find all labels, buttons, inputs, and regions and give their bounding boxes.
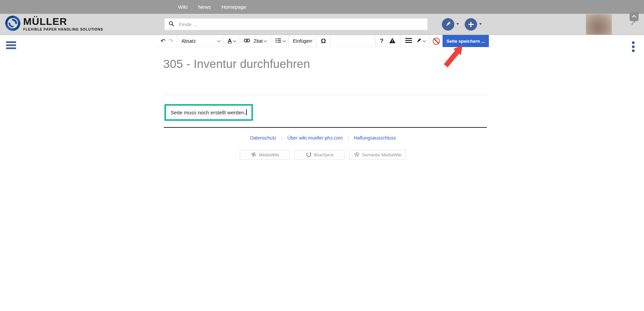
hamburger-icon — [6, 41, 16, 49]
link-icon[interactable] — [243, 38, 250, 44]
undo-icon[interactable]: ↶ — [160, 38, 166, 44]
badge-bluespice[interactable]: BlueSpice — [294, 150, 345, 160]
badge-label: Semantic MediaWiki — [362, 152, 402, 157]
mueller-logo[interactable]: MÜLLER FLEXIBLE PAPER HANDLING SOLUTIONS — [5, 15, 103, 33]
badge-label: BlueSpice — [314, 152, 334, 157]
page-options-group — [401, 35, 430, 47]
page-title: 305 - Inventur durchfuehren — [163, 57, 310, 71]
screen: Wiki News Homepage MÜ — [0, 0, 644, 311]
link-cite-group: Zitat — [240, 35, 272, 47]
plus-icon — [468, 22, 474, 27]
chevron-up-icon — [632, 15, 636, 20]
mega-menu-button[interactable] — [6, 41, 16, 50]
search-bar — [165, 18, 427, 30]
mediawiki-sunflower-icon — [251, 152, 257, 158]
kebab-menu-icon — [631, 41, 636, 52]
omega-icon: Ω — [321, 37, 326, 45]
fullscreen-icon[interactable] — [630, 20, 636, 27]
special-character-button[interactable]: Ω — [316, 35, 331, 47]
text-style-dropdown[interactable]: A — [224, 35, 240, 47]
semantic-mediawiki-icon — [354, 152, 360, 158]
avatar[interactable] — [586, 14, 612, 35]
badge-label: MediaWiki — [259, 152, 279, 157]
logo-swirl-icon — [5, 15, 21, 33]
editor-paragraph-selection[interactable]: Seite muss noch erstellt werden. — [165, 104, 253, 121]
cancel-group — [430, 35, 443, 47]
badge-semantic-mediawiki[interactable]: Semantic MediaWiki — [349, 150, 406, 160]
nav-link-homepage[interactable]: Homepage — [222, 4, 246, 10]
page-tools-button[interactable] — [631, 41, 636, 52]
bullet-list-icon — [275, 38, 281, 44]
footer-links: Datenschutz Über wiki.mueller-phs.com Ha… — [157, 135, 489, 141]
paragraph-text: Seite muss noch erstellt werden. — [171, 110, 246, 115]
editor-column: ↶ ↷ Absatz A — [157, 35, 489, 169]
cite-label: Zitat — [254, 38, 263, 44]
paragraph-format-label: Absatz — [181, 38, 196, 44]
insert-dropdown[interactable]: Einfügen — [289, 35, 316, 47]
chevron-down-icon — [422, 39, 426, 42]
edit-menu-chevron-icon[interactable] — [456, 23, 459, 25]
nav-link-news[interactable]: News — [198, 4, 211, 10]
cite-dropdown[interactable]: Zitat — [254, 38, 267, 44]
editor-toolbar: ↶ ↷ Absatz A — [157, 35, 489, 47]
help-group: ? — [375, 35, 401, 47]
footer-link-datenschutz[interactable]: Datenschutz — [250, 135, 276, 141]
nav-link-wiki[interactable]: Wiki — [178, 4, 187, 10]
paragraph-format-dropdown[interactable]: Absatz — [177, 35, 224, 47]
history-group: ↶ ↷ — [157, 35, 177, 47]
chevron-down-icon — [282, 39, 286, 42]
cancel-no-entry-icon[interactable] — [433, 38, 440, 45]
add-button[interactable] — [465, 18, 477, 31]
insert-label: Einfügen — [293, 38, 311, 44]
top-navbar: Wiki News Homepage — [0, 0, 644, 14]
edit-mode-pencil-icon — [416, 38, 421, 44]
bluespice-icon — [306, 152, 312, 158]
logo-brand-text: MÜLLER — [23, 16, 103, 27]
add-menu-chevron-icon[interactable] — [479, 23, 482, 25]
search-input[interactable] — [179, 22, 423, 27]
title-divider — [163, 94, 488, 95]
redo-icon[interactable]: ↷ — [169, 38, 174, 44]
chevron-down-icon — [217, 39, 221, 42]
help-icon[interactable]: ? — [380, 38, 383, 44]
badge-mediawiki[interactable]: MediaWiki — [240, 150, 290, 160]
edit-button[interactable] — [442, 18, 454, 31]
notices-warning-icon[interactable] — [389, 38, 396, 44]
site-header: MÜLLER FLEXIBLE PAPER HANDLING SOLUTIONS — [0, 14, 644, 35]
edit-mode-dropdown[interactable] — [416, 38, 425, 44]
content-bottom-divider — [164, 127, 487, 128]
chevron-down-icon — [264, 39, 267, 42]
search-icon — [169, 21, 174, 28]
chevron-down-icon — [233, 39, 236, 42]
footer-link-haftungsausschluss[interactable]: Haftungsausschluss — [354, 135, 396, 141]
list-dropdown[interactable] — [272, 35, 289, 47]
text-style-icon: A — [228, 38, 232, 44]
text-cursor — [246, 109, 247, 115]
pencil-icon — [445, 21, 451, 28]
toolbar-spacer — [331, 35, 375, 47]
top-navigation: Wiki News Homepage — [178, 0, 246, 14]
footer-badges: MediaWiki BlueSpice — [157, 150, 489, 160]
save-page-button[interactable]: Seite speichern ... — [443, 35, 489, 47]
page-options-hamburger-icon[interactable] — [405, 38, 412, 44]
footer-link-about[interactable]: Über wiki.mueller-phs.com — [287, 135, 343, 141]
logo-tagline: FLEXIBLE PAPER HANDLING SOLUTIONS — [23, 27, 103, 31]
